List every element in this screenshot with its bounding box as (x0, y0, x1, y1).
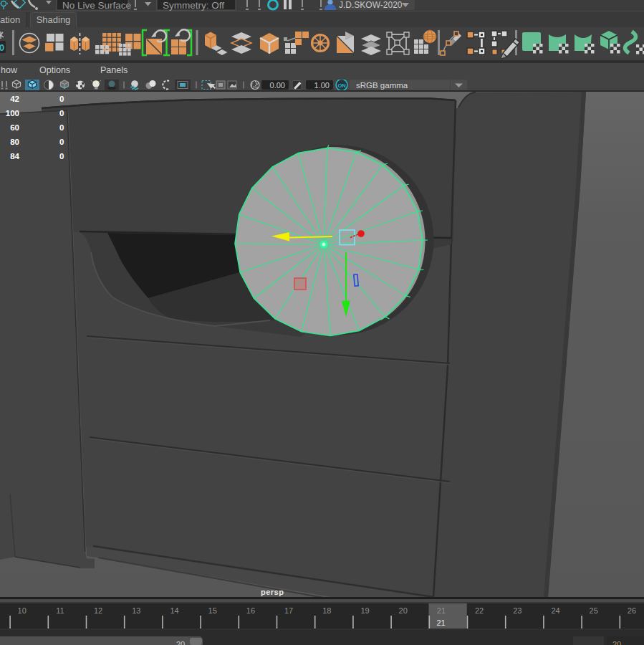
svg-text:11: 11 (56, 606, 64, 615)
svg-text:20: 20 (399, 606, 408, 615)
svg-text:No Live Surface: No Live Surface (62, 0, 131, 11)
svg-text:21: 21 (436, 618, 445, 627)
svg-text:25: 25 (590, 606, 598, 615)
svg-text:0: 0 (0, 42, 4, 53)
svg-text:14: 14 (170, 606, 178, 615)
svg-text:24: 24 (551, 606, 559, 615)
svg-text:21: 21 (437, 606, 446, 615)
svg-text:persp: persp (261, 588, 284, 596)
svg-text:22: 22 (475, 606, 484, 615)
svg-text:10: 10 (18, 606, 27, 615)
svg-text:17: 17 (284, 606, 293, 615)
svg-text:J.D.SKOW-2020: J.D.SKOW-2020 (339, 0, 403, 10)
svg-text:19: 19 (360, 606, 369, 615)
svg-text:13: 13 (132, 606, 140, 615)
svg-text:Symmetry: Off: Symmetry: Off (163, 0, 224, 11)
svg-text:15: 15 (208, 606, 217, 615)
svg-text:26: 26 (628, 606, 636, 615)
svg-text:12: 12 (94, 606, 102, 615)
svg-text:16: 16 (246, 606, 255, 615)
svg-text:ON: ON (337, 82, 345, 89)
svg-text:sRGB gamma: sRGB gamma (356, 81, 408, 90)
svg-text:1.00: 1.00 (314, 81, 330, 90)
svg-text:23: 23 (513, 606, 522, 615)
svg-text:18: 18 (322, 606, 331, 615)
svg-text:0.00: 0.00 (270, 81, 285, 90)
